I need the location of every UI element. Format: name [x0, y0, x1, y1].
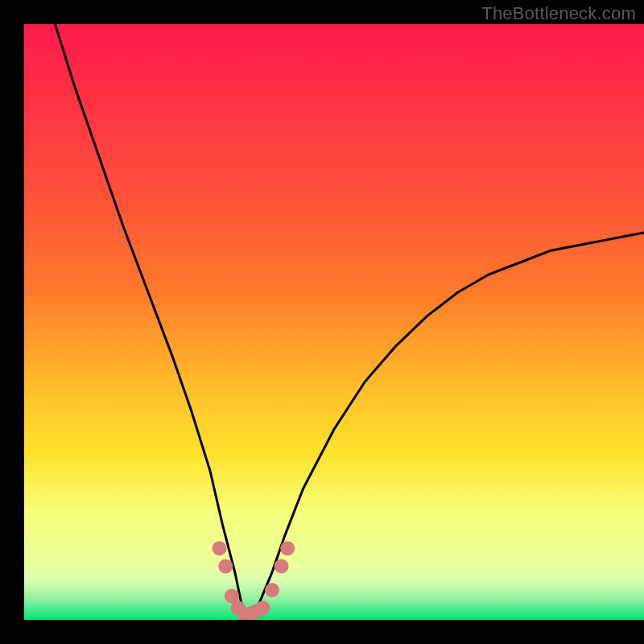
chart-frame [24, 0, 644, 620]
watermark-text: TheBottleneck.com [481, 3, 636, 24]
valley-dot [218, 559, 233, 573]
valley-dot [265, 583, 279, 597]
gradient-background [24, 24, 644, 620]
valley-dot [275, 559, 289, 573]
valley-dot [280, 541, 295, 555]
valley-dot [213, 541, 227, 555]
chart-svg [24, 0, 644, 620]
valley-dot [255, 601, 270, 615]
